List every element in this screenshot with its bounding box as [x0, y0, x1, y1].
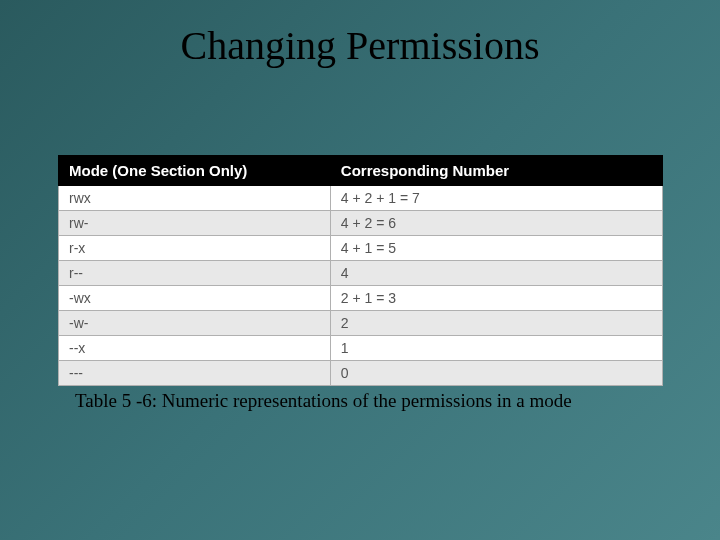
table-row: -w- 2: [59, 311, 663, 336]
cell-mode: r--: [59, 261, 331, 286]
header-number: Corresponding Number: [330, 156, 662, 186]
permissions-table: Mode (One Section Only) Corresponding Nu…: [58, 155, 663, 386]
table-row: -wx 2 + 1 = 3: [59, 286, 663, 311]
cell-number: 4 + 2 = 6: [330, 211, 662, 236]
cell-mode: ---: [59, 361, 331, 386]
permissions-table-wrap: Mode (One Section Only) Corresponding Nu…: [58, 155, 663, 386]
slide-title: Changing Permissions: [0, 22, 720, 69]
cell-mode: r-x: [59, 236, 331, 261]
slide: Changing Permissions Mode (One Section O…: [0, 0, 720, 540]
cell-number: 4: [330, 261, 662, 286]
cell-mode: rw-: [59, 211, 331, 236]
cell-mode: -w-: [59, 311, 331, 336]
cell-number: 4 + 2 + 1 = 7: [330, 186, 662, 211]
header-mode: Mode (One Section Only): [59, 156, 331, 186]
cell-mode: rwx: [59, 186, 331, 211]
table-row: --- 0: [59, 361, 663, 386]
cell-number: 2: [330, 311, 662, 336]
cell-number: 0: [330, 361, 662, 386]
cell-number: 1: [330, 336, 662, 361]
table-row: r-x 4 + 1 = 5: [59, 236, 663, 261]
table-row: rwx 4 + 2 + 1 = 7: [59, 186, 663, 211]
cell-mode: -wx: [59, 286, 331, 311]
cell-mode: --x: [59, 336, 331, 361]
table-row: --x 1: [59, 336, 663, 361]
cell-number: 2 + 1 = 3: [330, 286, 662, 311]
cell-number: 4 + 1 = 5: [330, 236, 662, 261]
table-row: rw- 4 + 2 = 6: [59, 211, 663, 236]
table-header-row: Mode (One Section Only) Corresponding Nu…: [59, 156, 663, 186]
table-caption: Table 5 -6: Numeric representations of t…: [75, 390, 572, 412]
table-row: r-- 4: [59, 261, 663, 286]
